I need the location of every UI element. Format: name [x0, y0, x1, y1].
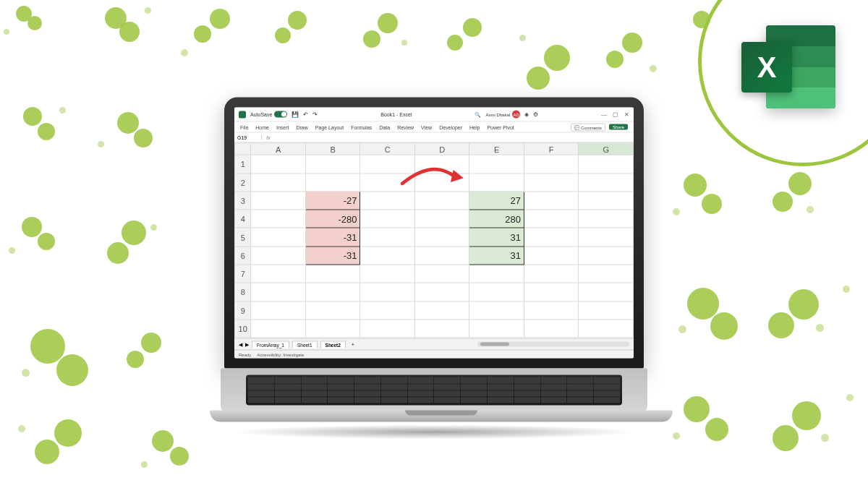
col-header-C[interactable]: C	[360, 143, 415, 155]
cell-E4[interactable]: 280	[469, 210, 524, 228]
laptop-base	[210, 411, 673, 422]
laptop-keyboard	[221, 369, 647, 412]
row-header-5[interactable]: 5	[235, 228, 251, 246]
row-header-2[interactable]: 2	[235, 174, 251, 192]
tab-help[interactable]: Help	[469, 124, 480, 129]
cell-E6[interactable]: 31	[469, 247, 524, 265]
row-header-3[interactable]: 3	[235, 192, 251, 210]
save-icon[interactable]: 💾	[292, 111, 299, 118]
tab-review[interactable]: Review	[397, 124, 414, 129]
row-header-7[interactable]: 7	[235, 265, 251, 283]
horizontal-scrollbar[interactable]	[477, 342, 629, 347]
sheet-tab-fromarray[interactable]: FromArray_1	[252, 341, 289, 348]
sync-icon[interactable]: ◈	[524, 111, 529, 118]
autosave-switch-icon[interactable]	[274, 111, 287, 118]
sheet-nav-next-icon[interactable]: ▶	[245, 341, 249, 347]
ribbon-mode-icon[interactable]: ⚙	[533, 111, 538, 118]
row-header-10[interactable]: 10	[235, 320, 251, 338]
laptop-frame: AutoSave 💾 ↶ ↷ Book1 - Excel 🔍 Asmi Dhak…	[210, 98, 658, 440]
sheet-tab-sheet2[interactable]: Sheet2	[320, 341, 346, 348]
row-header-4[interactable]: 4	[235, 210, 251, 228]
cell-B3[interactable]: -27	[305, 192, 360, 210]
status-accessibility[interactable]: Accessibility: Investigate	[257, 352, 304, 356]
col-header-B[interactable]: B	[305, 143, 360, 155]
tab-view[interactable]: View	[421, 124, 432, 129]
status-bar: Ready Accessibility: Investigate	[234, 350, 634, 359]
user-account[interactable]: Asmi Dhakal AD	[485, 111, 520, 119]
sheet-tab-bar: ◀ ▶ FromArray_1 Sheet1 Sheet2 +	[234, 338, 634, 350]
spreadsheet-grid[interactable]: A B C D E F G 1 2 3-2727 4-280280 5-3131	[234, 143, 634, 338]
sheet-tab-sheet1[interactable]: Sheet1	[292, 341, 318, 348]
tab-draw[interactable]: Draw	[296, 124, 307, 129]
cell-B6[interactable]: -31	[305, 247, 360, 265]
conversion-arrow-icon	[399, 165, 467, 188]
tab-home[interactable]: Home	[255, 124, 269, 129]
tab-data[interactable]: Data	[379, 124, 390, 129]
row-header-6[interactable]: 6	[235, 247, 251, 265]
row-header-1[interactable]: 1	[235, 155, 251, 173]
tab-insert[interactable]: Insert	[276, 124, 289, 129]
excel-app-icon	[239, 111, 246, 118]
fx-icon[interactable]: fx	[262, 135, 275, 140]
cell-B5[interactable]: -31	[305, 228, 360, 246]
tab-developer[interactable]: Developer	[439, 124, 462, 129]
document-title: Book1 - Excel	[380, 112, 412, 117]
share-button[interactable]: Share	[609, 124, 628, 130]
cell-E3[interactable]: 27	[469, 192, 524, 210]
col-header-A[interactable]: A	[251, 143, 306, 155]
comments-button[interactable]: 💬 Comments	[571, 123, 605, 131]
col-header-E[interactable]: E	[469, 143, 524, 155]
status-ready: Ready	[239, 352, 251, 356]
cell-B4[interactable]: -280	[305, 210, 360, 228]
add-sheet-button[interactable]: +	[349, 342, 357, 347]
redo-icon[interactable]: ↷	[312, 111, 318, 118]
tab-page-layout[interactable]: Page Layout	[315, 124, 344, 129]
tab-formulas[interactable]: Formulas	[351, 124, 372, 129]
row-header-8[interactable]: 8	[235, 283, 251, 301]
cell-E5[interactable]: 31	[469, 228, 524, 246]
col-header-G[interactable]: G	[579, 143, 634, 155]
formula-bar: G19 fx	[234, 133, 634, 143]
title-bar: AutoSave 💾 ↶ ↷ Book1 - Excel 🔍 Asmi Dhak…	[234, 108, 634, 122]
close-button[interactable]: ✕	[624, 111, 629, 118]
tab-power-pivot[interactable]: Power Pivot	[487, 124, 514, 129]
name-box[interactable]: G19	[234, 135, 262, 140]
ribbon-tabs: File Home Insert Draw Page Layout Formul…	[234, 122, 634, 133]
avatar: AD	[512, 111, 520, 119]
autosave-toggle[interactable]: AutoSave	[250, 111, 287, 118]
undo-icon[interactable]: ↶	[303, 111, 308, 118]
col-header-F[interactable]: F	[524, 143, 579, 155]
col-header-D[interactable]: D	[414, 143, 469, 155]
search-icon[interactable]: 🔍	[475, 111, 481, 117]
minimize-button[interactable]: —	[601, 111, 607, 118]
excel-logo: X	[741, 25, 835, 112]
excel-window: AutoSave 💾 ↶ ↷ Book1 - Excel 🔍 Asmi Dhak…	[234, 108, 634, 359]
tab-file[interactable]: File	[240, 124, 248, 129]
row-header-9[interactable]: 9	[235, 301, 251, 320]
sheet-nav-prev-icon[interactable]: ◀	[239, 341, 242, 347]
maximize-button[interactable]: ▢	[613, 111, 618, 118]
laptop-shadow	[231, 425, 637, 440]
